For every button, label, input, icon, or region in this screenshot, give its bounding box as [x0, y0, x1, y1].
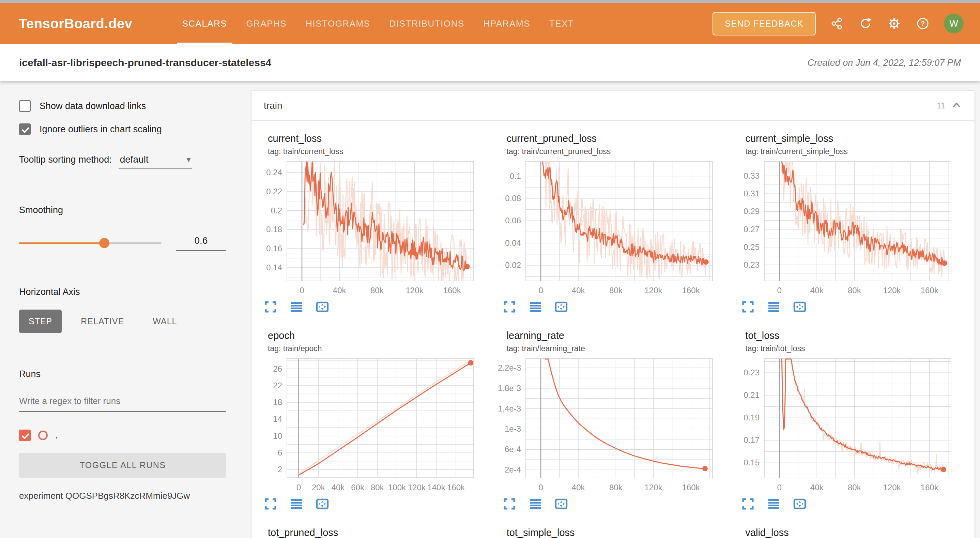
svg-text:6: 6 [278, 448, 282, 457]
pan-zoom-icon[interactable] [792, 496, 807, 511]
app-logo[interactable]: TensorBoard.dev [19, 16, 132, 31]
chart-plot[interactable]: 0.330.310.290.270.250.23040k80k120k160k [736, 160, 954, 297]
fullscreen-icon[interactable] [740, 496, 756, 511]
train-section-title: train [264, 100, 282, 111]
chart-plot[interactable]: 0.230.210.190.170.15040k80k120k160k [736, 357, 954, 494]
ignore-outliers-checkbox[interactable] [19, 123, 31, 135]
svg-text:120k: 120k [644, 286, 662, 295]
svg-text:40k: 40k [333, 286, 347, 295]
svg-text:120k: 120k [406, 286, 423, 295]
svg-text:0.29: 0.29 [744, 207, 760, 216]
chart-tile: current_pruned_loss tag: train/current_p… [497, 133, 729, 314]
axis-relative-button[interactable]: RELATIVE [71, 310, 134, 333]
pan-zoom-icon[interactable] [554, 496, 569, 511]
collapse-chevron-up-icon[interactable] [951, 99, 962, 112]
user-avatar[interactable]: W [944, 14, 964, 34]
chart-title: tot_loss [745, 330, 968, 341]
fullscreen-icon[interactable] [263, 496, 278, 511]
chart-plot[interactable]: 262218141062020k40k60k80k100k120k140k160… [258, 357, 476, 494]
tab-hparams[interactable]: HPARAMS [474, 3, 540, 44]
axis-step-button[interactable]: STEP [19, 310, 62, 333]
smoothing-value[interactable]: 0.6 [176, 235, 226, 251]
svg-text:160k: 160k [682, 286, 700, 295]
runs-list-icon[interactable] [766, 299, 781, 314]
svg-text:80k: 80k [609, 483, 623, 492]
svg-text:40k: 40k [572, 286, 585, 295]
svg-text:2: 2 [278, 465, 282, 474]
chart-tag: tag: train/tot_loss [745, 344, 968, 353]
experiment-id-caption: experiment QOGSPBgsR8KzcRMmie9JGw [19, 491, 226, 501]
pan-zoom-icon[interactable] [554, 299, 569, 314]
tab-histograms[interactable]: HISTOGRAMS [296, 3, 380, 44]
run-color-swatch[interactable] [38, 431, 48, 440]
train-section-header[interactable]: train 11 [251, 91, 975, 121]
tab-text[interactable]: TEXT [540, 3, 583, 44]
run-checkbox[interactable] [19, 429, 31, 441]
svg-text:0.22: 0.22 [266, 187, 282, 196]
chart-title: epoch [268, 330, 490, 341]
pan-zoom-icon[interactable] [792, 299, 807, 314]
svg-text:0: 0 [777, 286, 782, 295]
ignore-outliers-label: Ignore outliers in chart scaling [40, 124, 162, 135]
runs-list-icon[interactable] [528, 496, 543, 511]
gear-icon[interactable] [887, 16, 902, 31]
chart-actions [740, 496, 968, 511]
chart-tile: valid_loss tag: train/valid_loss [736, 527, 968, 538]
send-feedback-button[interactable]: SEND FEEDBACK [713, 12, 816, 35]
svg-text:0.16: 0.16 [266, 244, 282, 253]
pan-zoom-icon[interactable] [315, 299, 330, 314]
smoothing-slider-thumb[interactable] [99, 238, 110, 248]
svg-text:120k: 120k [408, 483, 426, 492]
chart-tile: current_simple_loss tag: train/current_s… [736, 133, 968, 314]
svg-text:0.21: 0.21 [744, 390, 760, 399]
runs-list-icon[interactable] [289, 299, 304, 314]
runs-list-icon[interactable] [766, 496, 781, 511]
fullscreen-icon[interactable] [502, 299, 517, 314]
fullscreen-icon[interactable] [502, 496, 517, 511]
chart-title: current_loss [268, 133, 490, 144]
share-icon[interactable] [829, 16, 845, 31]
pan-zoom-icon[interactable] [315, 496, 330, 511]
tab-graphs[interactable]: GRAPHS [237, 3, 296, 44]
tab-scalars[interactable]: SCALARS [173, 3, 237, 44]
svg-text:2.2e-3: 2.2e-3 [498, 363, 521, 372]
fullscreen-icon[interactable] [740, 299, 756, 314]
chart-title: current_simple_loss [745, 133, 968, 144]
tooltip-sorting-select[interactable]: default ▾ [119, 154, 192, 169]
run-item: . [19, 429, 226, 441]
fullscreen-icon[interactable] [263, 299, 278, 314]
axis-wall-button[interactable]: WALL [143, 310, 186, 333]
chart-tile: tot_loss tag: train/tot_loss 0.230.210.1… [736, 330, 968, 511]
refresh-icon[interactable] [858, 16, 873, 31]
svg-text:140k: 140k [427, 483, 445, 492]
train-card: train 11 current_loss tag: train/current… [251, 91, 975, 538]
help-icon[interactable]: ? [915, 16, 930, 31]
chevron-down-icon: ▾ [187, 155, 191, 164]
chart-tag: tag: train/current_loss [268, 147, 490, 156]
chart-plot[interactable]: 0.10.080.060.040.02040k80k120k160k [497, 160, 715, 297]
runs-list-icon[interactable] [289, 496, 304, 511]
chart-tile: tot_simple_loss tag: train/tot_simple_lo… [497, 527, 729, 538]
svg-text:40k: 40k [572, 483, 585, 492]
svg-text:0.06: 0.06 [505, 216, 521, 225]
tab-distributions[interactable]: DISTRIBUTIONS [380, 3, 474, 44]
smoothing-slider[interactable] [19, 243, 161, 244]
runs-filter-input[interactable] [19, 393, 226, 412]
toggle-all-runs-button[interactable]: TOGGLE ALL RUNS [19, 453, 226, 478]
svg-text:14: 14 [273, 414, 282, 423]
svg-text:0.14: 0.14 [266, 263, 282, 272]
svg-text:0.23: 0.23 [744, 368, 760, 377]
svg-text:2e-4: 2e-4 [505, 465, 521, 474]
runs-list-icon[interactable] [528, 299, 543, 314]
chart-plot[interactable]: 0.240.220.20.180.160.14040k80k120k160k [258, 160, 476, 297]
chart-tile: epoch tag: train/epoch 262218141062020k4… [258, 330, 490, 511]
svg-text:0: 0 [299, 286, 304, 295]
chart-actions [502, 299, 729, 314]
svg-text:0.15: 0.15 [744, 458, 760, 467]
svg-text:0.25: 0.25 [744, 243, 760, 252]
svg-text:80k: 80k [371, 483, 384, 492]
chart-tag: tag: train/learning_rate [507, 344, 729, 353]
chart-title: current_pruned_loss [507, 133, 729, 144]
chart-plot[interactable]: 2.2e-31.8e-31.4e-31e-36e-42e-4040k80k120… [497, 357, 715, 494]
show-download-links-checkbox[interactable] [19, 100, 31, 112]
